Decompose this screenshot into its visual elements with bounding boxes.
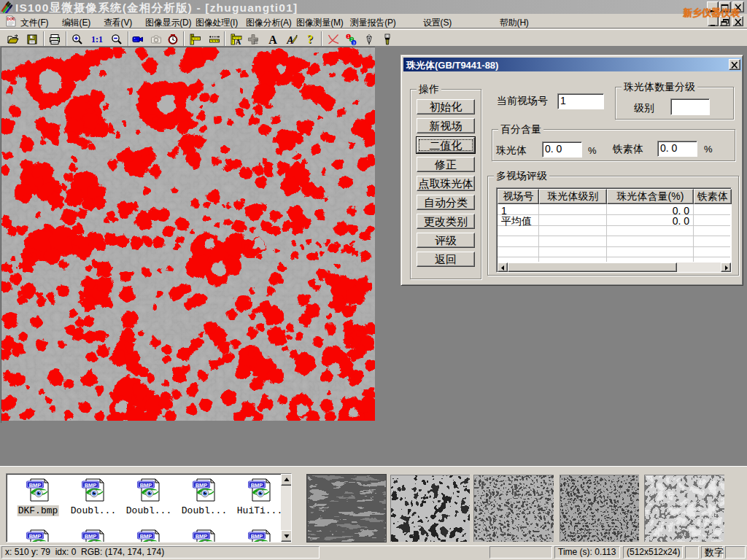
svg-text:BMP: BMP <box>85 482 97 489</box>
svg-text:1: 1 <box>347 34 349 39</box>
svg-text:BMP: BMP <box>196 533 208 540</box>
svg-text:3: 3 <box>352 41 355 45</box>
svg-text:BMP: BMP <box>29 482 42 489</box>
svg-text:A: A <box>236 38 241 45</box>
svg-text:A: A <box>286 35 293 45</box>
svg-text:DOC: DOC <box>7 17 16 21</box>
svg-text:BMP: BMP <box>140 482 152 489</box>
svg-text:?: ? <box>307 34 313 45</box>
svg-text:1:1: 1:1 <box>91 34 103 44</box>
svg-text:BMP: BMP <box>251 482 263 489</box>
svg-text:BMP: BMP <box>196 482 208 489</box>
svg-text:BMP: BMP <box>251 533 263 540</box>
svg-text:BMP: BMP <box>140 533 152 540</box>
svg-text:A: A <box>268 34 277 45</box>
svg-text:BMP: BMP <box>29 533 42 540</box>
svg-text:BMP: BMP <box>85 533 97 540</box>
